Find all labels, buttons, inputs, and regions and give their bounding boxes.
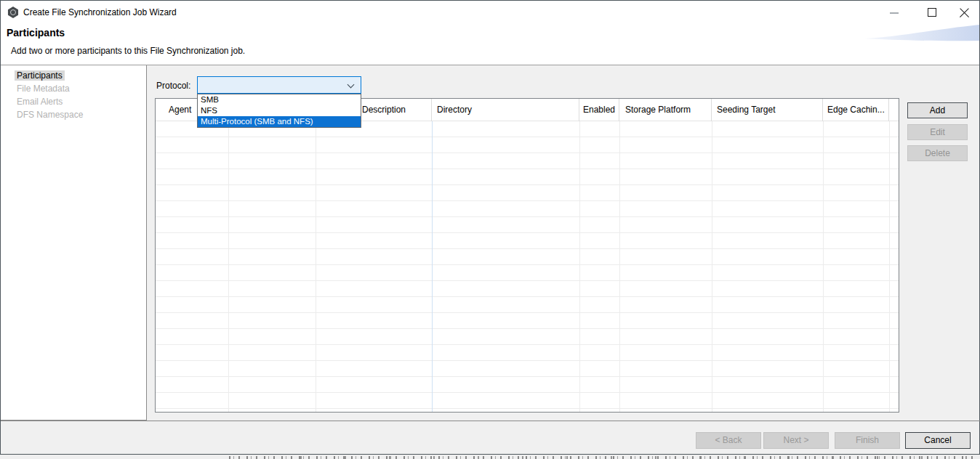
sidebar-item-participants[interactable]: Participants [1, 70, 146, 83]
column-header-edge-caching[interactable]: Edge Cachin... [823, 99, 889, 121]
grid-line [823, 121, 824, 412]
column-header-storage-platform[interactable]: Storage Platform [619, 99, 712, 121]
minimize-icon [890, 12, 899, 14]
clipped-text-marks [229, 456, 977, 459]
cancel-button[interactable]: Cancel [905, 432, 971, 449]
sidebar-item-email-alerts[interactable]: Email Alerts [1, 96, 146, 109]
sidebar-item-label: DFS Namespace [15, 110, 85, 120]
delete-button[interactable]: Delete [907, 145, 968, 161]
titlebar: Create File Synchronization Job Wizard [1, 1, 979, 24]
option-nfs[interactable]: NFS [198, 105, 361, 116]
grid-line [579, 121, 580, 412]
page-subtitle: Add two or more participants to this Fil… [11, 46, 245, 56]
back-button[interactable]: < Back [696, 432, 761, 449]
protocol-label: Protocol: [156, 81, 190, 91]
sidebar-item-file-metadata[interactable]: File Metadata [1, 83, 146, 96]
page-title: Participants [7, 27, 65, 38]
close-button[interactable] [947, 1, 980, 24]
sidebar-item-dfs-namespace[interactable]: DFS Namespace [1, 109, 146, 122]
grid-line-highlighted [432, 121, 433, 412]
maximize-button[interactable] [915, 1, 949, 24]
banner-swoosh-decoration [863, 23, 979, 44]
close-icon [959, 7, 970, 18]
grid-line [889, 121, 890, 412]
column-header-directory[interactable]: Directory [432, 99, 579, 121]
participants-table: Agent Description Directory Enabled Stor… [155, 98, 899, 413]
grid-line [228, 121, 229, 412]
grid-line [316, 121, 316, 412]
next-button[interactable]: Next > [763, 432, 829, 449]
wizard-steps-sidebar: Participants File Metadata Email Alerts … [1, 65, 147, 421]
column-header-seeding-target[interactable]: Seeding Target [712, 99, 823, 121]
window-title: Create File Synchronization Job Wizard [23, 7, 177, 17]
grid-line [712, 121, 712, 412]
sidebar-item-label: File Metadata [15, 84, 72, 94]
finish-button[interactable]: Finish [835, 432, 900, 449]
option-smb[interactable]: SMB [198, 94, 361, 105]
chevron-down-icon [348, 81, 355, 89]
column-header-enabled[interactable]: Enabled [579, 99, 619, 121]
sidebar-item-label: Email Alerts [15, 97, 65, 107]
background-clipped-text [0, 455, 980, 459]
table-body-empty[interactable] [156, 121, 899, 412]
app-icon [7, 7, 19, 18]
column-header-filler [889, 99, 899, 121]
maximize-icon [928, 8, 936, 17]
add-button[interactable]: Add [907, 102, 968, 118]
edit-button[interactable]: Edit [907, 124, 968, 140]
wizard-dialog: Create File Synchronization Job Wizard P… [0, 0, 980, 455]
grid-line [619, 121, 620, 412]
protocol-dropdown-list: SMB NFS Multi-Protocol (SMB and NFS) [197, 94, 361, 128]
content-footer-divider [1, 421, 980, 421]
screen: Create File Synchronization Job Wizard P… [0, 0, 980, 459]
protocol-select[interactable] [197, 76, 361, 94]
minimize-button[interactable] [877, 1, 911, 24]
sidebar-item-label: Participants [15, 70, 65, 81]
wizard-banner: Participants Add two or more participant… [1, 24, 979, 65]
option-multi-protocol[interactable]: Multi-Protocol (SMB and NFS) [198, 116, 361, 127]
